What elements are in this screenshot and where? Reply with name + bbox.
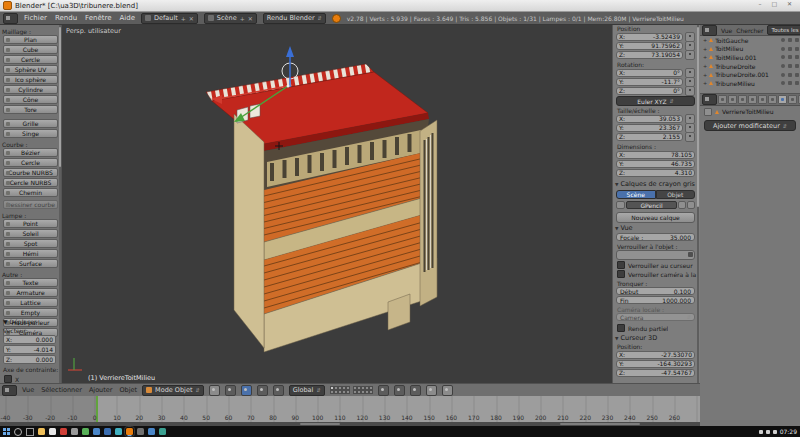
selectability-icon[interactable] [788, 47, 792, 51]
selectability-icon[interactable] [788, 73, 792, 77]
position-field[interactable]: X:-3.52439 [616, 33, 683, 41]
editor-type-icon[interactable] [2, 385, 17, 396]
shelf-row[interactable]: Texte [3, 278, 58, 287]
render-engine-selector[interactable]: Rendu Blender ⇵ [263, 13, 326, 24]
menu-item[interactable]: Chercher [736, 27, 763, 34]
clip-end-field[interactable]: Fin1000.000 [616, 296, 695, 304]
outliner-item[interactable]: + TribuneDroite.001 [700, 70, 800, 79]
expand-icon[interactable]: + [703, 37, 707, 43]
lock-icon[interactable] [378, 385, 389, 396]
clock[interactable]: 07:29 [780, 428, 797, 435]
shelf-row[interactable]: Cercle [3, 158, 58, 167]
render-camera-icon[interactable] [795, 81, 799, 85]
dimension-field[interactable]: Y:46.735 [616, 160, 695, 168]
selectability-icon[interactable] [788, 64, 792, 68]
vector-field[interactable]: Z:0.000 [3, 355, 56, 364]
shelf-row[interactable]: Spot [3, 239, 58, 248]
shelf-row[interactable]: Singe [3, 129, 58, 138]
shelf-row[interactable]: Cône [3, 95, 58, 104]
layer-grid[interactable] [330, 386, 373, 394]
tray-icon[interactable] [766, 430, 770, 434]
shelf-row[interactable]: Plan [3, 35, 58, 44]
outliner-item[interactable]: + ToitMilieu.001 [700, 53, 800, 62]
visibility-eye-icon[interactable] [781, 55, 785, 59]
render-camera-icon[interactable] [795, 47, 799, 51]
shelf-row[interactable]: Courbe NURBS [3, 168, 58, 177]
app-teal-icon[interactable] [159, 428, 166, 435]
expand-icon[interactable]: + [703, 72, 707, 78]
vector-field[interactable]: X:0.000 [3, 335, 56, 344]
viewport-3d[interactable]: Persp. utilisateur (1) VerriereToitMilie… [62, 25, 612, 383]
outliner-item[interactable]: + TribuneMilieu [700, 79, 800, 88]
expand-icon[interactable]: + [703, 80, 707, 86]
lock-icon[interactable] [685, 50, 695, 60]
app-blue2-icon[interactable] [148, 428, 155, 435]
visibility-eye-icon[interactable] [781, 38, 785, 42]
app-cyan-icon[interactable] [115, 428, 122, 435]
shelf-row[interactable]: Ico sphère [3, 75, 58, 84]
scene-browse-icon[interactable] [208, 15, 214, 21]
cursor-field[interactable]: Z:-47.54767 [616, 369, 695, 377]
visibility-eye-icon[interactable] [781, 47, 785, 51]
cursor-field[interactable]: X:-27.53070 [616, 351, 695, 359]
tray-icon[interactable] [773, 430, 777, 434]
shelf-row[interactable]: Point [3, 219, 58, 228]
blender-icon[interactable] [126, 428, 133, 435]
keying-buttons[interactable] [560, 423, 640, 425]
shelf-row[interactable]: Tore [3, 105, 58, 114]
pivot-center-icon[interactable] [225, 385, 236, 396]
layout-close-icon[interactable]: ✕ [189, 15, 194, 22]
app-dark-icon[interactable] [137, 428, 144, 435]
scale-manipulator-icon[interactable] [273, 385, 284, 396]
app-darkblue-icon[interactable] [104, 428, 111, 435]
pencil-icon[interactable] [616, 201, 625, 209]
menu-item[interactable]: Vue [22, 386, 34, 394]
shelf-row[interactable]: Cercle [3, 55, 58, 64]
layout-browse-icon[interactable] [145, 15, 151, 21]
tray-icon[interactable] [759, 430, 763, 434]
scale-field[interactable]: Y:23.367 [616, 124, 683, 132]
add-modifier-dropdown[interactable]: Ajouter modificateur ⇵ [704, 120, 796, 131]
render-opengl-anim-icon[interactable] [442, 385, 453, 396]
shelf-row[interactable]: Surface [3, 259, 58, 268]
rotation-mode-dropdown[interactable]: Euler XYZ⇵ [616, 96, 695, 106]
tool-shelf-scrollbar[interactable] [59, 25, 61, 383]
n-panel-scrollbar[interactable] [697, 25, 699, 383]
shelf-row[interactable]: Cube [3, 45, 58, 54]
task-view-icon[interactable] [26, 428, 34, 436]
vector-field[interactable]: Y:-4.014 [3, 345, 56, 354]
app-red-icon[interactable] [60, 428, 67, 435]
render-border-checkbox[interactable]: Rendu partiel [617, 324, 668, 332]
eyedropper-icon[interactable] [688, 252, 693, 257]
shelf-row[interactable]: Soleil [3, 229, 58, 238]
transform-orientation-dropdown[interactable]: Global ⇵ [289, 385, 325, 396]
outliner-filter-dropdown[interactable]: Toutes les scènes [767, 25, 800, 35]
viewport-shading-icon[interactable] [209, 385, 220, 396]
timeline[interactable]: -40-30-20-100102030405060708090100110120… [0, 396, 700, 422]
lock-icon[interactable] [685, 132, 695, 142]
translate-manipulator-icon[interactable] [241, 385, 252, 396]
checkbox-icon[interactable] [4, 375, 12, 383]
clip-start-field[interactable]: Début0.100 [616, 287, 695, 295]
menu-item[interactable]: Sélectionner [41, 386, 82, 394]
position-field[interactable]: Z:73.19054 [616, 51, 683, 59]
mode-dropdown[interactable]: Mode Objet ⇵ [142, 385, 204, 396]
render-camera-icon[interactable] [795, 64, 799, 68]
outliner-item[interactable]: + TribuneDroite [700, 62, 800, 71]
outliner-item[interactable]: + ToitGauche [700, 36, 800, 45]
lock-icon[interactable] [685, 86, 695, 96]
position-field[interactable]: Y:91.75962 [616, 42, 683, 50]
chrome-icon[interactable] [49, 428, 56, 435]
world-tab[interactable] [748, 95, 757, 104]
menu-item[interactable]: Aide [120, 14, 135, 22]
shelf-row[interactable]: Hémi [3, 249, 58, 258]
lock-object-field[interactable] [616, 250, 695, 260]
constraints-tab[interactable] [768, 95, 777, 104]
redo-panel-title[interactable]: ▼ Déplacer [0, 318, 59, 325]
outliner-item[interactable]: + ToitMilieu [700, 45, 800, 54]
app-blue-icon[interactable] [93, 428, 100, 435]
menu-item[interactable]: Ajouter [89, 386, 113, 394]
expand-icon[interactable]: + [703, 46, 707, 52]
constraint-axis-checkbox[interactable]: X [4, 375, 59, 383]
selectability-icon[interactable] [788, 55, 792, 59]
